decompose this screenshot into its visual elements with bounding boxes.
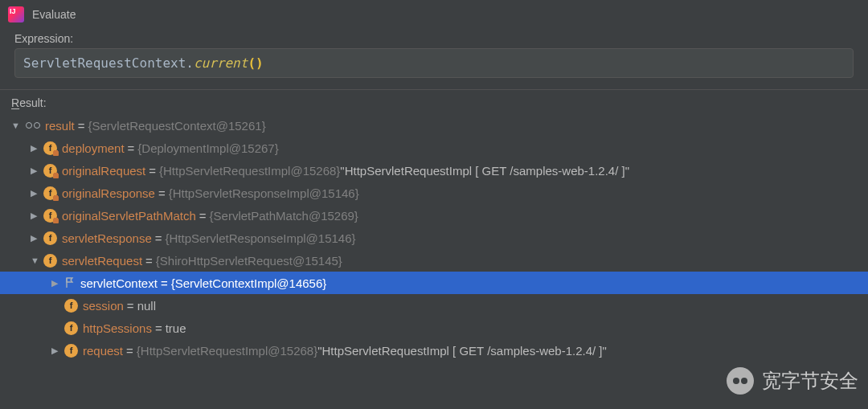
field-icon: f [64,299,78,313]
chevron-right-icon[interactable]: ▶ [31,166,42,176]
window-title: Evaluate [32,8,76,21]
tree-row[interactable]: ▶fsession = null [0,294,868,317]
results-panel: Result: ▼result = {ServletRequestContext… [0,89,868,362]
field-icon: f [43,164,57,178]
expr-parens: () [248,55,263,71]
tree-row[interactable]: ▶fhttpSessions = true [0,317,868,339]
chevron-down-icon[interactable]: ▼ [11,121,23,130]
flag-icon [64,277,76,288]
intellij-icon [8,6,24,22]
chevron-right-icon[interactable]: ▶ [31,188,42,198]
expression-input[interactable]: ServletRequestContext.current() [14,48,854,78]
chevron-down-icon[interactable]: ▼ [31,256,42,265]
evaluate-window: Evaluate Expression: ServletRequestConte… [0,0,868,409]
tree-row[interactable]: ▶fservletResponse = {HttpServletResponse… [0,227,868,249]
wechat-icon [727,367,754,395]
chevron-right-icon[interactable]: ▶ [31,143,42,153]
field-icon: f [43,141,57,155]
expr-method: current [194,55,248,71]
chevron-right-icon[interactable]: ▶ [51,278,63,288]
field-icon: f [43,254,57,268]
tree-row[interactable]: ▶servletContext = {ServletContextImpl@14… [0,272,868,294]
chevron-right-icon[interactable]: ▶ [51,346,63,356]
glasses-icon [26,122,40,129]
field-icon: f [43,209,57,223]
tree-row[interactable]: ▶foriginalRequest = {HttpServletRequestI… [0,159,868,182]
tree-row[interactable]: ▶frequest = {HttpServletRequestImpl@1526… [0,339,868,362]
titlebar: Evaluate [0,0,868,27]
field-icon: f [64,321,78,335]
field-icon: f [43,186,57,200]
watermark: 宽字节安全 [727,367,858,395]
expression-label: Expression: [0,27,868,48]
tree-row-result[interactable]: ▼result = {ServletRequestContext@15261} [0,114,868,137]
result-label: Result: [0,92,868,112]
chevron-right-icon[interactable]: ▶ [31,211,42,221]
tree-row[interactable]: ▶foriginalResponse = {HttpServletRespons… [0,182,868,204]
tree-row[interactable]: ▶foriginalServletPathMatch = {ServletPat… [0,204,868,227]
expr-class: ServletRequestContext [23,55,186,71]
field-icon: f [64,344,78,358]
chevron-right-icon[interactable]: ▶ [31,233,42,243]
field-icon: f [43,231,57,245]
tree-row[interactable]: ▶fdeployment = {DeploymentImpl@15267} [0,137,868,159]
result-tree[interactable]: ▼result = {ServletRequestContext@15261}▶… [0,112,868,362]
tree-row[interactable]: ▼fservletRequest = {ShiroHttpServletRequ… [0,249,868,272]
